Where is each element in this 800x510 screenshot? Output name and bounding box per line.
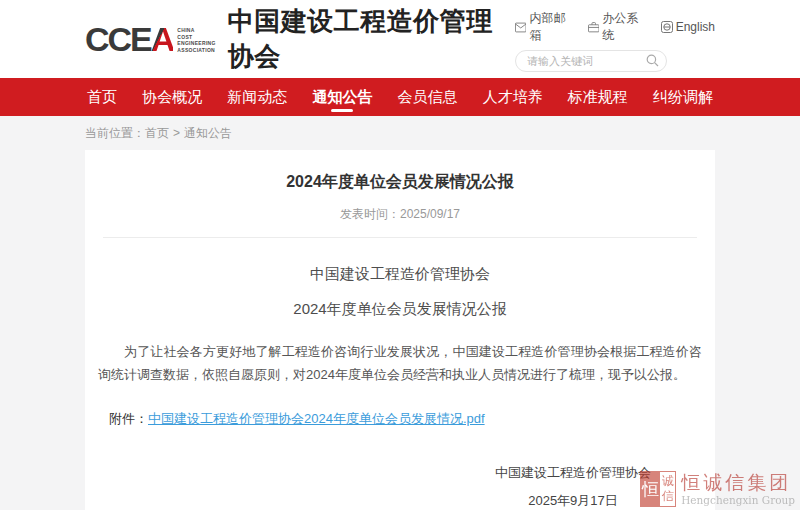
internal-mail-link[interactable]: 内部邮箱 [515,10,572,44]
breadcrumb-current-link[interactable]: 通知公告 [184,126,232,140]
globe-icon [661,21,673,33]
breadcrumb-separator: > [173,126,180,140]
nav-item-standards[interactable]: 标准规程 [566,78,630,116]
article-card: 2024年度单位会员发展情况公报 发表时间：2025/09/17 中国建设工程造… [85,150,715,510]
title-divider [103,237,697,238]
site-header: CCEA CHINA COST ENGINEERING ASSOCIATION … [0,0,800,78]
attachment-label: 附件： [109,411,148,426]
logo-subtext: CHINA COST ENGINEERING ASSOCIATION [177,27,215,53]
internal-mail-label: 内部邮箱 [529,10,571,44]
office-system-label: 办公系统 [602,10,644,44]
site-logo[interactable]: CCEA CHINA COST ENGINEERING ASSOCIATION … [85,4,515,74]
logo-a-red-swoosh: A [151,20,174,58]
search-icon[interactable] [646,54,659,67]
article-title: 2024年度单位会员发展情况公报 [85,172,715,193]
search-input[interactable] [515,50,667,72]
breadcrumb: 当前位置：首页>通知公告 [85,125,715,142]
signature-org: 中国建设工程造价管理协会 [495,464,651,482]
breadcrumb-home-link[interactable]: 首页 [145,126,169,140]
breadcrumb-prefix: 当前位置： [85,126,145,140]
signature: 中国建设工程造价管理协会 2025年9月17日 [85,464,715,510]
hengchengxin-watermark: 恒 诚信 恒诚信集团 Hengchengxin Group [640,471,795,507]
article-heading-org: 中国建设工程造价管理协会 [85,265,715,284]
watermark-text: 恒诚信集团 Hengchengxin Group [681,472,795,506]
office-system-link[interactable]: 办公系统 [588,10,645,44]
site-title: 中国建设工程造价管理协会 [228,4,515,74]
article-heading-subject: 2024年度单位会员发展情况公报 [85,300,715,319]
nav-item-notices[interactable]: 通知公告 [310,78,374,116]
nav-item-news[interactable]: 新闻动态 [225,78,289,116]
search-box [515,50,667,72]
nav-item-disputes[interactable]: 纠纷调解 [651,78,715,116]
article-paragraph: 为了让社会各方更好地了解工程造价咨询行业发展状况，中国建设工程造价管理协会根据工… [98,340,702,386]
attachment-row: 附件：中国建设工程造价管理协会2024年度单位会员发展情况.pdf [109,410,715,428]
signature-date: 2025年9月17日 [495,492,651,510]
english-link[interactable]: English [661,10,715,44]
logo-acronym: CCEA [85,22,173,56]
nav-item-home[interactable]: 首页 [85,78,119,116]
briefcase-icon [588,21,599,33]
mail-icon [515,22,526,33]
main-nav: 首页 协会概况 新闻动态 通知公告 会员信息 人才培养 标准规程 纠纷调解 [0,78,800,116]
nav-item-members[interactable]: 会员信息 [396,78,460,116]
attachment-pdf-link[interactable]: 中国建设工程造价管理协会2024年度单位会员发展情况.pdf [148,411,485,426]
nav-item-about[interactable]: 协会概况 [140,78,204,116]
header-utilities: 内部邮箱 办公系统 English [515,6,715,72]
hengchengxin-logo-icon: 恒 诚信 [640,471,676,507]
nav-item-training[interactable]: 人才培养 [481,78,545,116]
english-label: English [676,20,715,34]
breadcrumb-bar: 当前位置：首页>通知公告 [0,116,800,150]
publish-date: 发表时间：2025/09/17 [85,206,715,223]
watermark-name-cn: 恒诚信集团 [681,472,795,493]
watermark-name-en: Hengchengxin Group [681,494,795,506]
